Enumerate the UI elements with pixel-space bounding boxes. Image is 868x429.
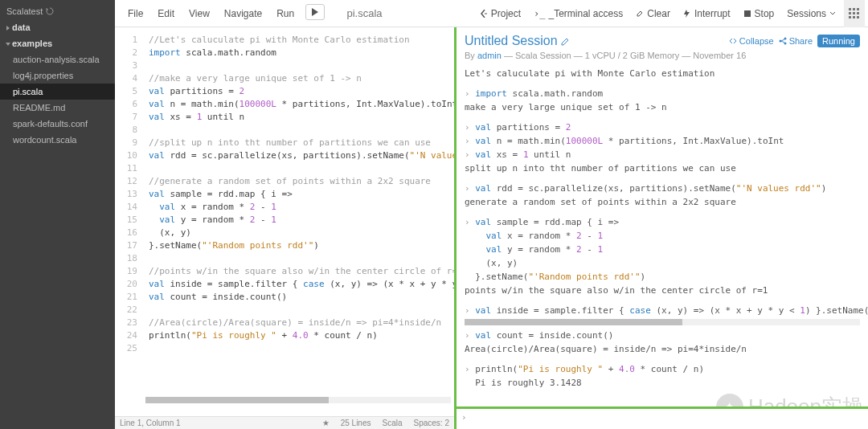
code-line[interactable]: val inside = sample.filter { case (x, y)… (149, 278, 454, 291)
code-line[interactable] (149, 59, 454, 72)
sidebar-item-label: pi.scala (13, 87, 43, 96)
sidebar-item-wordcount-scala[interactable]: wordcount.scala (0, 132, 115, 148)
scroll-thumb[interactable] (145, 397, 329, 403)
share-icon (779, 37, 787, 45)
code-line[interactable]: val x = random * 2 - 1 (149, 201, 454, 214)
code-line[interactable]: //generate a random set of points within… (149, 175, 454, 188)
menu-navigate[interactable]: Navigate (218, 4, 268, 23)
output-text: Let's caluculate pi with Monte Carlo est… (465, 67, 860, 80)
sidebar-item-auction-analysis-scala[interactable]: auction-analysis.scala (0, 51, 115, 67)
line-number: 17 (115, 239, 142, 252)
sidebar-item-pi-scala[interactable]: pi.scala (0, 84, 115, 100)
line-number: 23 (115, 317, 142, 329)
sidebar-item-spark-defaults-conf[interactable]: spark-defaults.conf (0, 116, 115, 132)
code-line[interactable]: //points w/in the square also w/in the c… (149, 265, 454, 278)
output-result: Pi is roughly 3.1428 (465, 376, 860, 390)
svg-rect-6 (857, 12, 859, 14)
code-line[interactable]: //Area(circle)/Area(square) = inside/n =… (149, 317, 454, 329)
tree-toggle-icon[interactable] (6, 43, 10, 46)
edit-icon[interactable] (561, 36, 571, 46)
horizontal-scrollbar[interactable] (465, 319, 860, 325)
output-text: Area(circle)/Area(square) = inside/n => … (465, 342, 860, 356)
code-editor[interactable]: 1234567891011121314151617181920212223242… (115, 27, 454, 416)
code-line[interactable] (149, 304, 454, 317)
star-icon[interactable]: ★ (322, 419, 330, 427)
output-text: split up n into tht number of partitions… (465, 161, 860, 175)
output-prompt: val n = math.min(100000L * partitions, I… (465, 134, 860, 148)
horizontal-scrollbar[interactable] (145, 397, 451, 403)
collapse-button[interactable]: Collapse (729, 36, 774, 46)
sidebar-item-log4j-properties[interactable]: log4j.properties (0, 67, 115, 84)
input-cell[interactable]: › (457, 407, 868, 429)
tree-toggle-icon[interactable] (6, 26, 10, 31)
code-line[interactable] (149, 124, 454, 137)
code-line[interactable]: //Let's caluculate pi with Monte Carlo e… (149, 34, 454, 47)
code-line[interactable]: val xs = 1 until n (149, 111, 454, 124)
output-text: (x, y) (465, 256, 860, 270)
share-button[interactable]: Share (779, 36, 813, 46)
menu-file[interactable]: File (121, 4, 149, 23)
code-line[interactable] (149, 342, 454, 355)
code-line[interactable]: }.setName("'Random points rdd'") (149, 239, 454, 252)
line-number: 22 (115, 304, 142, 317)
code-line[interactable] (149, 252, 454, 265)
output-text: val y = random * 2 - 1 (465, 243, 860, 256)
code-line[interactable]: //split up n into tht number of partitio… (149, 137, 454, 149)
user-link[interactable]: admin (477, 51, 502, 60)
line-number: 12 (115, 175, 142, 188)
svg-rect-8 (853, 16, 855, 18)
sidebar-item-examples[interactable]: examples (0, 35, 115, 51)
code-line[interactable] (149, 162, 454, 175)
code-line[interactable]: //make a very large unique set of 1 -> n (149, 72, 454, 85)
svg-rect-2 (853, 8, 855, 10)
code-line[interactable]: val partitions = 2 (149, 85, 454, 98)
language-mode[interactable]: Scala (383, 419, 403, 427)
collapse-icon (729, 37, 737, 45)
cursor-position: Line 1, Column 1 (120, 419, 181, 427)
session-title[interactable]: Untitled Session (465, 34, 571, 48)
menu-view[interactable]: View (182, 4, 216, 23)
sidebar-item-label: README.md (13, 103, 65, 112)
terminal-button[interactable]: ›_ _Terminal access (529, 5, 628, 22)
code-line[interactable]: val sample = rdd.map { i => (149, 188, 454, 201)
code-line[interactable]: (x, y) (149, 227, 454, 239)
interrupt-button[interactable]: Interrupt (678, 5, 735, 22)
line-number: 2 (115, 47, 142, 59)
code-line[interactable]: val count = inside.count() (149, 291, 454, 304)
sidebar-item-data[interactable]: data (0, 19, 115, 35)
refresh-icon[interactable] (46, 7, 54, 15)
play-icon (311, 8, 319, 16)
svg-rect-9 (857, 16, 859, 18)
clear-button[interactable]: Clear (631, 5, 675, 22)
code-line[interactable]: val y = random * 2 - 1 (149, 214, 454, 227)
apps-grid-button[interactable] (844, 0, 865, 27)
session-panel: Untitled Session Collapse Share Running … (454, 27, 868, 429)
project-button[interactable]: Project (475, 5, 526, 22)
sidebar-item-README-md[interactable]: README.md (0, 100, 115, 116)
line-number: 9 (115, 137, 142, 149)
stop-button[interactable]: Stop (739, 5, 780, 22)
code-line[interactable]: import scala.math.random (149, 47, 454, 59)
session-actions: Collapse Share Running (729, 35, 860, 47)
code-line[interactable]: val rdd = sc.parallelize(xs, partitions)… (149, 149, 454, 162)
sidebar-item-label: examples (12, 39, 52, 48)
menu-run[interactable]: Run (270, 4, 301, 23)
code-line[interactable]: val n = math.min(100000L * partitions, I… (149, 98, 454, 111)
line-number: 6 (115, 98, 142, 111)
code-line[interactable]: println("Pi is roughly " + 4.0 * count /… (149, 329, 454, 342)
svg-rect-7 (849, 16, 851, 18)
eraser-icon (636, 10, 644, 18)
bolt-icon (683, 10, 691, 18)
session-output: Let's caluculate pi with Monte Carlo est… (465, 67, 860, 390)
code-body[interactable]: //Let's caluculate pi with Monte Carlo e… (149, 34, 454, 355)
line-number: 18 (115, 252, 142, 265)
menu-edit[interactable]: Edit (151, 4, 181, 23)
run-button[interactable] (305, 4, 325, 20)
line-number: 10 (115, 149, 142, 162)
line-number: 21 (115, 291, 142, 304)
indent-mode[interactable]: Spaces: 2 (414, 419, 449, 427)
status-bar: Line 1, Column 1 ★ 25 Lines Scala Spaces… (115, 416, 454, 429)
line-gutter: 1234567891011121314151617181920212223242… (115, 34, 142, 355)
line-number: 5 (115, 85, 142, 98)
sessions-dropdown[interactable]: Sessions (782, 5, 841, 22)
